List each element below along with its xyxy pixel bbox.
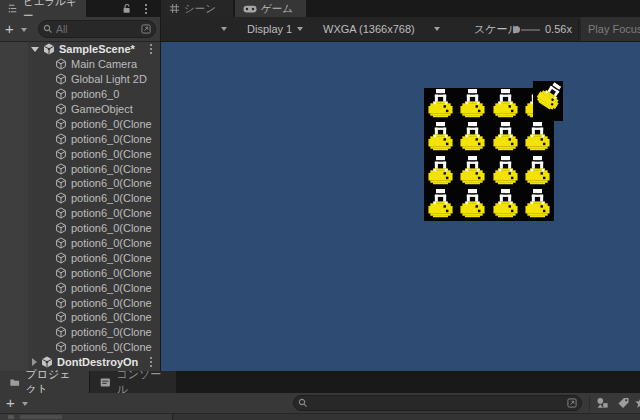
hierarchy-item[interactable]: potion6_0(Clone [0,250,160,265]
hierarchy-search-placeholder: All [56,23,138,35]
display-dropdown[interactable]: Display 1 [247,17,303,41]
cube-icon [55,341,67,353]
cube-icon [55,133,67,145]
resolution-dropdown[interactable]: WXGA (1366x768) [323,17,440,41]
cube-icon [55,103,67,115]
hierarchy-item[interactable]: potion6_0(Clone [0,340,160,355]
hierarchy-menu-icon[interactable] [141,0,151,17]
hierarchy-item[interactable]: potion6_0(Clone [0,176,160,191]
game-toolbar: Display 1 WXGA (1366x768) スケール 0.56x Pla… [161,17,640,42]
hierarchy-item[interactable]: potion6_0(Clone [0,161,160,176]
potion-sprite [457,155,490,188]
project-search-input[interactable] [293,395,582,411]
hierarchy-item[interactable]: potion6_0(Clone [0,310,160,325]
project-create-caret-icon[interactable] [22,402,28,406]
unity-editor-window: ヒエラルキー シーン ゲーム + All SampleScene* [0,0,640,420]
top-tab-bar: ヒエラルキー シーン ゲーム [0,0,640,17]
hierarchy-item[interactable]: Global Light 2D [0,72,160,87]
potion-sprite [424,155,457,188]
cube-icon [55,73,67,85]
cube-icon [55,326,67,338]
hierarchy-item-label: potion6_0(Clone [71,311,160,323]
create-dropdown-caret-icon[interactable] [21,28,27,32]
hierarchy-item-label: potion6_0(Clone [71,282,160,294]
picker-icon[interactable] [567,398,577,408]
item-menu-icon[interactable] [146,42,156,57]
project-create-button[interactable]: + [6,394,15,411]
tab-project[interactable]: プロジェクト [0,371,89,393]
hierarchy-item[interactable]: SampleScene* [0,42,160,57]
hierarchy-item[interactable]: potion6_0(Clone [0,206,160,221]
hierarchy-item[interactable]: potion6_0(Clone [0,295,160,310]
hierarchy-item-label: potion6_0 [71,88,160,100]
scale-slider-knob[interactable] [513,26,520,33]
tab-scene[interactable]: シーン [161,0,233,17]
tab-console[interactable]: コンソール [90,371,176,393]
hierarchy-item-label: Main Camera [71,58,160,70]
cube-icon [55,222,67,234]
cube-icon [55,118,67,130]
picker-icon[interactable] [141,24,151,34]
hierarchy-item-label: potion6_0(Clone [71,297,160,309]
hierarchy-item-label: potion6_0(Clone [71,192,160,204]
scene-grid-icon [169,3,180,14]
folder-icon [10,377,20,388]
potion-sprite [424,88,457,121]
tab-game-label: ゲーム [261,2,293,16]
tab-hierarchy[interactable]: ヒエラルキー [0,0,86,17]
hierarchy-search-input[interactable]: All [38,20,156,38]
bottom-tab-bar: プロジェクト コンソール [0,371,640,393]
potion-sprite [457,88,490,121]
hierarchy-item[interactable]: potion6_0(Clone [0,191,160,206]
scale-slider-track[interactable] [521,29,540,31]
hierarchy-item[interactable]: potion6_0(Clone [0,116,160,131]
potion-sprite [424,188,457,221]
hierarchy-item[interactable]: potion6_0(Clone [0,265,160,280]
hierarchy-toolbar: + All [0,17,160,42]
display-dropdown-label: Display 1 [247,23,292,35]
potion-sprite [522,155,555,188]
hierarchy-create-button[interactable]: + [5,20,14,38]
save-search-icon[interactable] [634,397,640,409]
hierarchy-item[interactable]: potion6_0(Clone [0,146,160,161]
search-by-label-icon[interactable] [617,397,630,409]
hierarchy-item[interactable]: GameObject [0,102,160,117]
potion-sprite [457,121,490,154]
cube-icon [55,282,67,294]
hierarchy-item[interactable]: potion6_0 [0,87,160,102]
cube-icon [55,163,67,175]
aspect-dropdown[interactable] [165,17,233,41]
potion-sprite [489,121,522,154]
clipped-icon [8,415,14,419]
lock-icon[interactable] [121,3,132,14]
hierarchy-item[interactable]: potion6_0(Clone [0,221,160,236]
potion-sprite-offcut [533,81,563,121]
pane-divider[interactable] [172,414,173,420]
project-content-clipped [0,414,640,420]
hierarchy-item-label: potion6_0(Clone [71,148,160,160]
game-viewport [161,42,640,371]
hierarchy-item[interactable]: Main Camera [0,57,160,72]
hierarchy-item[interactable]: potion6_0(Clone [0,131,160,146]
cube-icon [55,207,67,219]
foldout-icon[interactable] [31,47,39,52]
search-icon [43,24,53,34]
hierarchy-tree: SampleScene* Main Camera Global Light 2D… [0,42,160,371]
hierarchy-item[interactable]: potion6_0(Clone [0,325,160,340]
play-focused-dropdown[interactable]: Play Focused [581,17,640,41]
tab-scene-label: シーン [184,2,216,16]
foldout-icon[interactable] [32,358,37,366]
scene-icon [43,43,55,55]
search-icon [298,398,308,408]
hierarchy-item[interactable]: potion6_0(Clone [0,236,160,251]
search-by-type-icon[interactable] [596,397,609,409]
potion-sprite [489,155,522,188]
hierarchy-item-label: GameObject [71,103,160,115]
hierarchy-item-label: potion6_0(Clone [71,118,160,130]
resolution-dropdown-label: WXGA (1366x768) [323,23,415,35]
toolbar-separator [578,19,579,39]
tab-game[interactable]: ゲーム [235,0,306,17]
hierarchy-item[interactable]: potion6_0(Clone [0,280,160,295]
gamepad-icon [243,4,257,14]
potion-sprite [457,188,490,221]
